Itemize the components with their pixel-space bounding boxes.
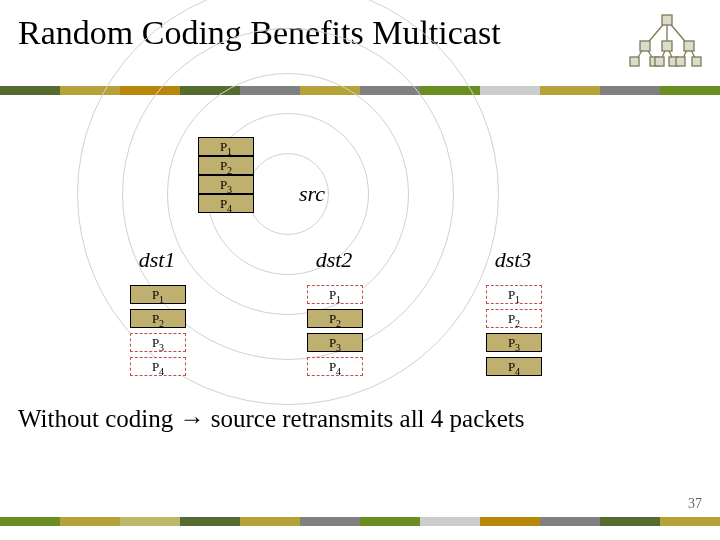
dst1-label: dst1 — [127, 247, 187, 273]
packet-p2: P2 — [307, 309, 363, 328]
packet-p2: P2 — [130, 309, 186, 328]
packet-p1: P1 — [307, 285, 363, 304]
dst2-packets: P1P2P3P4 — [307, 285, 363, 376]
dst3-label: dst3 — [483, 247, 543, 273]
svg-rect-13 — [630, 57, 639, 66]
packet-p3: P3 — [486, 333, 542, 352]
packet-p3: P3 — [198, 175, 254, 194]
packet-p2: P2 — [198, 156, 254, 175]
corner-network-icon — [628, 8, 706, 68]
packet-p2: P2 — [486, 309, 542, 328]
dst1-packets: P1P2P3P4 — [130, 285, 186, 376]
svg-rect-17 — [676, 57, 685, 66]
src-packets: P1 P2 P3 P4 — [198, 137, 254, 213]
svg-rect-12 — [684, 41, 694, 51]
packet-p4: P4 — [198, 194, 254, 213]
packet-p4: P4 — [486, 357, 542, 376]
dst2-label: dst2 — [304, 247, 364, 273]
packet-p1: P1 — [130, 285, 186, 304]
statement: Without coding → source retransmits all … — [18, 405, 525, 433]
page-number: 37 — [688, 496, 702, 512]
packet-p3: P3 — [307, 333, 363, 352]
packet-p4: P4 — [307, 357, 363, 376]
packet-p4: P4 — [130, 357, 186, 376]
svg-rect-9 — [662, 15, 672, 25]
src-label: src — [289, 181, 335, 207]
dst3-packets: P1P2P3P4 — [486, 285, 542, 376]
divider-bottom — [0, 517, 720, 526]
svg-rect-11 — [662, 41, 672, 51]
packet-p1: P1 — [486, 285, 542, 304]
packet-p1: P1 — [198, 137, 254, 156]
svg-rect-18 — [692, 57, 701, 66]
svg-rect-15 — [655, 57, 664, 66]
svg-rect-10 — [640, 41, 650, 51]
packet-p3: P3 — [130, 333, 186, 352]
